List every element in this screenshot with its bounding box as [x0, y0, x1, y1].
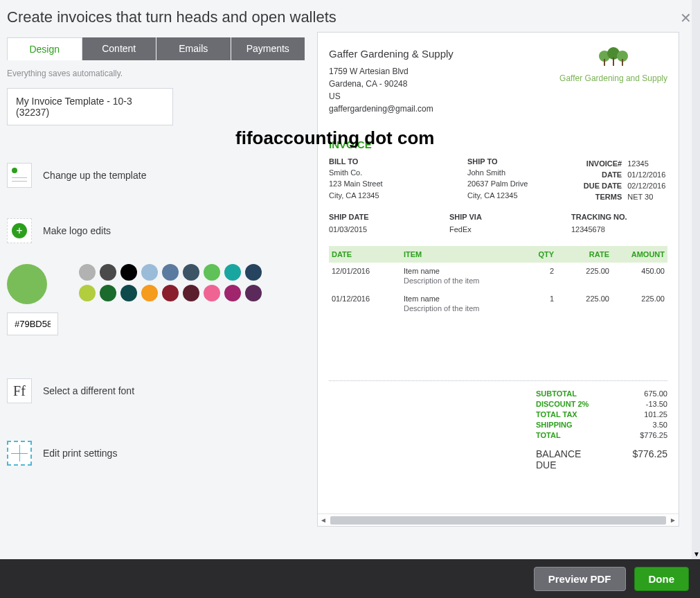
- tracking-value: 12345678: [571, 225, 667, 234]
- invoice-preview: Gaffer Gardening & Supply 1759 W Artesia…: [317, 32, 679, 527]
- shipto-city: City, CA 12345: [467, 190, 575, 202]
- color-swatch-3[interactable]: [141, 264, 158, 281]
- color-swatch-2[interactable]: [120, 264, 137, 281]
- svg-rect-3: [604, 59, 605, 66]
- template-icon[interactable]: [7, 163, 32, 188]
- color-swatch-16[interactable]: [224, 285, 241, 301]
- scroll-track[interactable]: [330, 516, 666, 525]
- shipdate-value: 01/03/2015: [329, 225, 449, 234]
- svg-rect-5: [622, 59, 623, 66]
- preview-scrollbar[interactable]: ◄ ►: [318, 513, 679, 526]
- line-item-row: 12/01/2016Item name2225.00450.00: [329, 263, 667, 276]
- shipto-label: SHIP TO: [467, 157, 575, 166]
- logo-edits-label[interactable]: Make logo edits: [43, 225, 111, 236]
- billto-name: Smith Co.: [329, 167, 460, 179]
- color-hex-input[interactable]: [7, 313, 58, 335]
- color-swatch-1[interactable]: [100, 264, 116, 281]
- tree-logo-icon: [596, 46, 631, 70]
- color-swatch-4[interactable]: [162, 264, 179, 281]
- color-swatch-6[interactable]: [204, 264, 220, 281]
- color-swatch-5[interactable]: [183, 264, 199, 281]
- billto-street: 123 Main Street: [329, 178, 460, 190]
- tabs: Design Content Emails Payments: [7, 37, 305, 60]
- shipto-name: John Smith: [467, 167, 575, 179]
- line-item-desc: Description of the item: [329, 276, 667, 290]
- color-swatch-7[interactable]: [224, 264, 241, 281]
- scroll-down-icon[interactable]: ▼: [693, 550, 700, 558]
- billto-city: City, CA 12345: [329, 190, 460, 202]
- shipvia-label: SHIP VIA: [449, 213, 571, 221]
- selected-color-swatch[interactable]: [7, 264, 47, 304]
- line-item-desc: Description of the item: [329, 304, 667, 318]
- color-swatch-13[interactable]: [162, 285, 179, 301]
- color-swatch-15[interactable]: [204, 285, 220, 301]
- company-addr1: 1759 W Artesian Blvd: [329, 65, 454, 78]
- color-swatch-11[interactable]: [120, 285, 137, 301]
- change-template-button[interactable]: Change up the template: [43, 170, 146, 181]
- company-logo: Gaffer Gardening and Supply: [559, 46, 667, 115]
- print-settings-icon[interactable]: [7, 441, 32, 466]
- page-scrollbar[interactable]: [692, 0, 700, 559]
- page-title: Create invoices that turn heads and open…: [7, 8, 693, 26]
- line-item-row: 01/12/2016Item name1225.00225.00: [329, 290, 667, 304]
- preview-pdf-button[interactable]: Preview PDF: [534, 567, 626, 591]
- done-button[interactable]: Done: [634, 567, 690, 591]
- shipdate-label: SHIP DATE: [329, 213, 449, 221]
- select-font-button[interactable]: Select a different font: [43, 385, 134, 396]
- invoice-title: INVOICE: [329, 139, 667, 150]
- color-swatch-9[interactable]: [79, 285, 96, 301]
- color-swatch-grid: [79, 264, 262, 301]
- totals-block: SUBTOTAL675.00 DISCOUNT 2%-13.50 TOTAL T…: [329, 389, 667, 471]
- add-logo-button[interactable]: +: [7, 218, 32, 243]
- tab-design[interactable]: Design: [7, 37, 82, 60]
- tracking-label: TRACKING NO.: [571, 213, 667, 221]
- tab-emails[interactable]: Emails: [156, 37, 231, 60]
- tab-content[interactable]: Content: [82, 37, 157, 60]
- font-icon[interactable]: Ff: [7, 378, 32, 403]
- company-addr2: Gardena, CA - 90248: [329, 78, 454, 90]
- footer-bar: Preview PDF Done: [0, 559, 700, 598]
- scroll-right-icon[interactable]: ►: [667, 516, 679, 524]
- plus-icon: +: [12, 223, 27, 238]
- shipto-street: 20637 Palm Drive: [467, 178, 575, 190]
- color-swatch-12[interactable]: [141, 285, 158, 301]
- tab-payments[interactable]: Payments: [231, 37, 305, 60]
- company-block: Gaffer Gardening & Supply 1759 W Artesia…: [329, 46, 454, 115]
- scroll-left-icon[interactable]: ◄: [318, 516, 329, 524]
- print-settings-button[interactable]: Edit print settings: [43, 448, 117, 459]
- autosave-note: Everything saves automatically.: [7, 69, 305, 78]
- billto-label: BILL TO: [329, 157, 460, 166]
- template-select[interactable]: My Invoice Template - 10-3 (32237): [7, 88, 173, 125]
- company-email: gaffergardening@gmail.com: [329, 103, 454, 115]
- company-country: US: [329, 90, 454, 103]
- shipvia-value: FedEx: [449, 225, 571, 234]
- company-name: Gaffer Gardening & Supply: [329, 46, 454, 62]
- color-swatch-10[interactable]: [100, 285, 116, 301]
- close-icon[interactable]: ✕: [680, 10, 692, 26]
- line-items-header: DATE ITEM QTY RATE AMOUNT: [329, 246, 667, 263]
- color-swatch-14[interactable]: [183, 285, 199, 301]
- color-swatch-17[interactable]: [245, 285, 262, 301]
- logo-text: Gaffer Gardening and Supply: [559, 73, 667, 83]
- svg-rect-4: [613, 58, 614, 66]
- color-swatch-8[interactable]: [245, 264, 262, 281]
- invoice-meta: INVOICE#12345 DATE01/12/2016 DUE DATE02/…: [582, 157, 667, 203]
- color-swatch-0[interactable]: [79, 264, 96, 281]
